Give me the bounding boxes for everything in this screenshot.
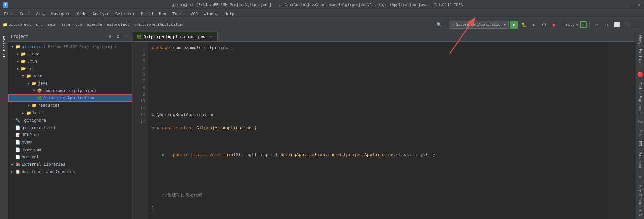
main-area: 1: Project Project ⊕ ⚙ ─ ▼ 📁 gitproject … — [0, 31, 644, 219]
right-tab-kp-icon[interactable]: ⌨ — [637, 174, 643, 180]
tab-label: GitprojectApplication.java — [144, 34, 207, 39]
tree-item-java[interactable]: ▼ 📂 java — [8, 80, 132, 87]
toolbar-right: 🔍 ⚙ GitprojectApplication ▼ ▶ 🐛 ▶ ⏱ ■ Gi… — [435, 20, 641, 29]
tree-item-test[interactable]: ▶ 📁 test — [8, 109, 132, 117]
breadcrumb-main[interactable]: main — [47, 22, 56, 27]
git-edit-icon[interactable]: ✎ — [576, 22, 579, 27]
tree-item-mvn[interactable]: ▶ 📁 .mvn — [8, 58, 132, 65]
line-num-7: 7 — [133, 78, 145, 84]
debug-button[interactable]: 🐛 — [519, 20, 528, 29]
breadcrumb-src-label: src — [36, 22, 43, 27]
tree-item-idea[interactable]: ▶ 📁 .idea — [8, 50, 132, 58]
cmd-icon-mvnw-cmd: 📄 — [15, 147, 20, 152]
folder-icon-java: 📂 — [31, 81, 37, 86]
tree-item-mvnw-cmd[interactable]: 📄 mvnw.cmd — [8, 146, 132, 153]
breadcrumb-java[interactable]: java — [61, 22, 70, 27]
breadcrumb-gitproject[interactable]: 📁 gitproject — [3, 22, 31, 27]
sidebar-actions: ⊕ ⚙ ─ — [107, 33, 130, 40]
tree-item-resources[interactable]: ▶ 📁 resources — [8, 102, 132, 109]
toolbar-extra-2[interactable]: ⬛ — [623, 20, 631, 29]
tree-label-resources: resources — [38, 103, 60, 108]
menu-build[interactable]: Build — [138, 11, 156, 17]
right-tab-mongo[interactable]: Mongo Explorer — [637, 33, 644, 69]
breadcrumb-example[interactable]: example — [87, 22, 102, 27]
spring-boot-icon: 🌿 — [37, 95, 42, 101]
breadcrumb-src[interactable]: src — [36, 22, 43, 27]
menu-vcs[interactable]: VCS — [188, 11, 201, 17]
tree-label-mvn: .mvn — [27, 59, 37, 64]
scratch-icon: 📋 — [15, 169, 20, 174]
run-button[interactable]: ▶ — [510, 21, 518, 29]
tree-item-iml[interactable]: 📄 gitproject.iml — [8, 124, 132, 131]
search-everywhere-btn[interactable]: 🔍 — [435, 20, 443, 29]
toolbar-extra-1[interactable]: ⬜ — [612, 20, 621, 29]
code-content[interactable]: package com.example.gitproject; ⚙ @Sprin… — [148, 42, 609, 219]
right-tab-keypromoter[interactable]: Key Promoter X — [637, 182, 644, 219]
menu-help[interactable]: Help — [222, 11, 237, 17]
tree-item-package[interactable]: ▼ 📦 com.example.gitproject — [8, 87, 132, 94]
tree-item-help[interactable]: 📝 HELP.md — [8, 131, 132, 139]
right-tab-db-icon[interactable]: 🗄 — [637, 141, 643, 147]
run-config-selector[interactable]: ⚙ GitprojectApplication ▼ — [449, 21, 509, 29]
sidebar-gear-btn[interactable]: ⚙ — [115, 33, 121, 40]
tree-item-gitignore[interactable]: 🔧 .gitignore — [8, 117, 132, 124]
right-tab-ant-icon[interactable]: 🐜 — [637, 118, 643, 125]
run-coverage-button[interactable]: ▶ — [530, 20, 538, 29]
menu-tools[interactable]: Tools — [170, 11, 187, 17]
folder-icon-src: 📂 — [20, 66, 26, 71]
iml-icon: 📄 — [15, 125, 20, 130]
git-checkmark-btn[interactable]: ✓ — [580, 21, 587, 28]
menu-window[interactable]: Window — [201, 11, 221, 17]
tree-item-main[interactable]: ▼ 📂 main — [8, 72, 132, 80]
breadcrumb-gitproject-label: gitproject — [9, 22, 31, 27]
menu-analyze[interactable]: Analyze — [90, 11, 112, 17]
stop-button[interactable]: ■ — [550, 20, 558, 29]
tree-arrow-idea: ▶ — [15, 51, 20, 57]
right-tab-mongo-icon[interactable]: 🔴 — [637, 71, 643, 78]
tree-arrow-mvn: ▶ — [15, 59, 20, 64]
left-tab-project[interactable]: 1: Project — [1, 33, 8, 60]
sidebar-collapse-btn[interactable]: ─ — [123, 33, 130, 40]
redo-button[interactable]: ↪ — [602, 20, 611, 29]
tree-item-src[interactable]: ▼ 📂 src — [8, 65, 132, 72]
menu-file[interactable]: File — [1, 11, 16, 17]
breadcrumb-app-class[interactable]: ⚙ GitprojectApplication — [134, 22, 184, 27]
right-tab-redis[interactable]: Redis Explorer — [637, 80, 644, 116]
undo-button[interactable]: ↩ — [592, 20, 601, 29]
menu-view[interactable]: View — [33, 11, 48, 17]
menu-edit[interactable]: Edit — [17, 11, 32, 17]
tree-arrow-ext-libs: ▶ — [10, 162, 15, 167]
tree-item-pom[interactable]: 📄 pom.xml — [8, 153, 132, 161]
tree-item-external-libs[interactable]: ▶ 📚 External Libraries — [8, 161, 132, 168]
tab-close-btn[interactable]: ✕ — [209, 34, 213, 39]
sidebar-scope-btn[interactable]: ⊕ — [107, 33, 113, 40]
close-btn[interactable]: ✕ — [637, 3, 641, 7]
window-controls[interactable]: ─ □ ✕ — [625, 3, 641, 7]
tree-item-scratches[interactable]: ▶ 📋 Scratches and Consoles — [8, 168, 132, 175]
run-config-dropdown-icon: ▼ — [504, 23, 506, 26]
menu-refactor[interactable]: Refactor — [113, 11, 138, 17]
menu-code[interactable]: Code — [74, 11, 89, 17]
tree-arrow-resources: ▶ — [26, 103, 31, 108]
app-icon: I — [3, 2, 8, 8]
git-label: Git: — [565, 22, 575, 27]
editor-tab-gitproject-app[interactable]: 🌿 GitprojectApplication.java ✕ — [133, 32, 218, 41]
breadcrumb-gitproject2-label: gitproject — [107, 22, 129, 27]
menu-navigate[interactable]: Navigate — [49, 11, 73, 17]
minimize-btn[interactable]: ─ — [625, 3, 629, 7]
profile-button[interactable]: ⏱ — [540, 20, 548, 29]
title-bar: I gitproject [E:\JavaEE\SSM_Project\gitp… — [0, 0, 644, 10]
line-num-6: 6 — [133, 71, 145, 78]
toolbar: 📁 gitproject › src › main › java › com ›… — [0, 18, 644, 31]
tree-item-mvnw[interactable]: 📄 mvnw — [8, 139, 132, 146]
tree-label-java: java — [38, 81, 48, 86]
breadcrumb-gitproject2[interactable]: gitproject — [107, 22, 129, 27]
toolbar-extra-3[interactable]: ⊟ — [633, 20, 641, 29]
tree-item-gitproject-app[interactable]: 🌿 GitprojectApplication — [8, 94, 132, 102]
tree-item-gitproject-root[interactable]: ▼ 📁 gitproject E:\JavaEE\SSM_Project\git… — [8, 43, 132, 50]
right-tab-database[interactable]: Database — [637, 149, 644, 172]
maximize-btn[interactable]: □ — [631, 3, 635, 7]
right-tab-ant[interactable]: Ant — [637, 127, 644, 139]
breadcrumb-com[interactable]: com — [75, 22, 82, 27]
menu-run[interactable]: Run — [156, 11, 169, 17]
